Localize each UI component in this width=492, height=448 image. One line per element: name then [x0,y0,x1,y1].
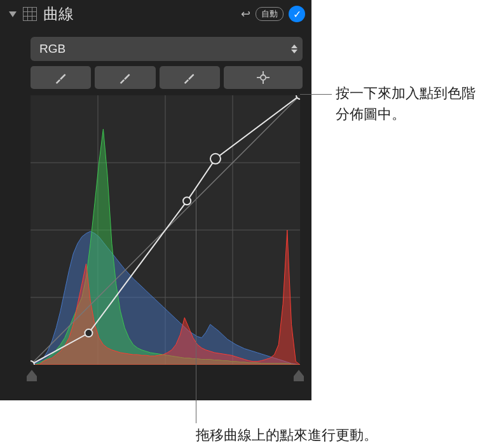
svg-point-0 [261,75,266,80]
eyedropper-row [31,66,303,89]
drag-point-annotation: 拖移曲線上的點來進行更動。 [196,424,378,445]
curve-point[interactable] [183,197,191,205]
undo-icon[interactable]: ↩ [241,7,250,21]
disclosure-triangle-icon[interactable] [9,11,17,17]
channel-select[interactable]: RGB [31,37,303,61]
header-controls: ↩ 自動 ✓ [241,6,305,22]
updown-arrows-icon [291,44,297,53]
leader-line [196,189,196,423]
leader-line [300,94,332,95]
channel-selected-label: RGB [39,42,291,56]
bw-slider-track [31,370,303,383]
add-point-icon [256,70,271,85]
panel-title: 曲線 [43,4,235,24]
curve-point[interactable] [210,154,221,164]
curve-point[interactable] [85,329,92,337]
black-point-eyedropper-button[interactable] [31,66,91,89]
gray-point-eyedropper-button[interactable] [95,66,155,89]
black-point-slider[interactable] [27,370,37,381]
add-point-button[interactable] [224,66,303,89]
auto-button[interactable]: 自動 [256,7,284,21]
add-point-annotation: 按一下來加入點到色階分佈圖中。 [336,83,482,125]
curves-panel: 曲線 ↩ 自動 ✓ RGB [0,0,311,400]
eyedropper-icon [54,71,68,85]
eyedropper-icon [118,71,132,85]
eyedropper-icon [182,71,196,85]
curves-histogram[interactable] [31,95,300,365]
white-point-slider[interactable] [294,370,304,381]
panel-header: 曲線 ↩ 自動 ✓ [0,0,311,28]
curves-icon [23,7,37,21]
enabled-checkmark-icon[interactable]: ✓ [289,6,305,22]
white-point-eyedropper-button[interactable] [160,66,220,89]
